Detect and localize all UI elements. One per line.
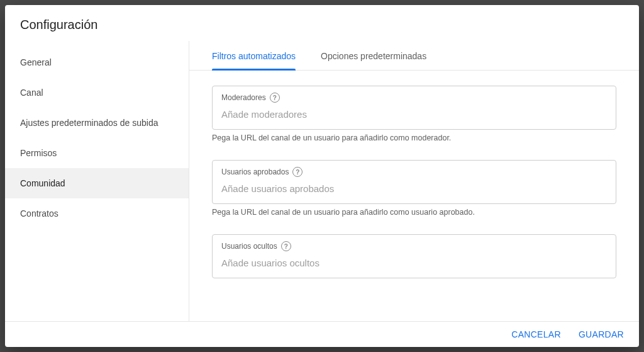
moderators-label: Moderadores (221, 93, 266, 102)
sidebar-item-label: Canal (20, 88, 43, 98)
help-icon[interactable]: ? (281, 241, 291, 251)
moderators-field: Moderadores ? (212, 86, 616, 130)
main-content: Filtros automatizados Opciones predeterm… (189, 41, 639, 321)
settings-modal: Configuración General Canal Ajustes pred… (5, 5, 639, 347)
page-title: Configuración (20, 18, 624, 32)
tab-automated-filters[interactable]: Filtros automatizados (212, 51, 296, 70)
help-icon[interactable]: ? (270, 93, 280, 103)
tab-default-options[interactable]: Opciones predeterminadas (321, 51, 426, 70)
sidebar-item-label: Ajustes predeterminados de subida (20, 118, 158, 128)
modal-header: Configuración (5, 5, 639, 41)
sidebar-item-upload-defaults[interactable]: Ajustes predeterminados de subida (5, 108, 189, 138)
sidebar-item-label: Permisos (20, 148, 57, 158)
sidebar-item-contracts[interactable]: Contratos (5, 198, 189, 229)
hidden-users-input[interactable] (221, 258, 607, 268)
modal-footer: CANCELAR GUARDAR (5, 321, 639, 347)
hidden-users-label: Usuarios ocultos (221, 242, 277, 251)
approved-users-input[interactable] (221, 183, 607, 194)
sidebar-item-community[interactable]: Comunidad (5, 168, 189, 198)
sidebar-item-permissions[interactable]: Permisos (5, 138, 189, 168)
help-icon[interactable]: ? (292, 167, 303, 177)
sidebar-item-label: Contratos (20, 208, 58, 219)
hidden-users-field: Usuarios ocultos ? (212, 234, 616, 278)
tab-label: Filtros automatizados (212, 51, 296, 61)
sidebar-item-label: Comunidad (20, 178, 65, 188)
tab-label: Opciones predeterminadas (321, 51, 426, 61)
sidebar-item-canal[interactable]: Canal (5, 77, 189, 108)
sidebar: General Canal Ajustes predeterminados de… (5, 41, 189, 321)
moderators-helper: Pega la URL del canal de un usuario para… (212, 133, 616, 142)
approved-users-helper: Pega la URL del canal de un usuario para… (212, 208, 616, 217)
modal-body: General Canal Ajustes predeterminados de… (5, 41, 639, 321)
moderators-input[interactable] (221, 109, 607, 120)
approved-users-field: Usuarios aprobados ? (212, 160, 616, 204)
sidebar-item-label: General (20, 57, 52, 67)
save-button[interactable]: GUARDAR (579, 329, 624, 339)
cancel-button[interactable]: CANCELAR (511, 329, 561, 339)
approved-users-label: Usuarios aprobados (221, 167, 289, 176)
sidebar-item-general[interactable]: General (5, 47, 189, 77)
tabs: Filtros automatizados Opciones predeterm… (189, 41, 639, 71)
